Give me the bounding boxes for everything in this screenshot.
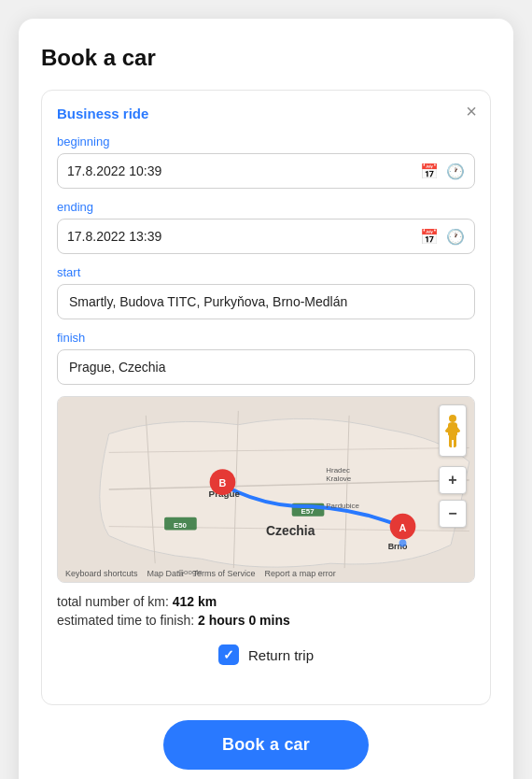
clock-icon[interactable]: 🕐: [446, 163, 465, 180]
booking-card: Book a car Business ride × beginning 📅 🕐…: [19, 19, 513, 779]
start-input[interactable]: [57, 284, 475, 319]
report-label[interactable]: Report a map error: [265, 569, 336, 578]
ending-label: ending: [57, 200, 475, 214]
ending-icons: 📅 🕐: [420, 228, 465, 246]
time-label: estimated time to finish:: [57, 613, 194, 628]
ending-input[interactable]: [67, 220, 420, 253]
map-background: E50 E57 Prague Czechia Hradec Kralove Pa…: [58, 397, 474, 582]
time-value: 2 hours 0 mins: [198, 613, 290, 628]
close-button[interactable]: ×: [466, 102, 477, 120]
return-trip-checkbox[interactable]: ✓: [218, 644, 239, 665]
beginning-input-wrapper: 📅 🕐: [57, 153, 475, 189]
clock-icon-2[interactable]: 🕐: [446, 228, 465, 246]
beginning-input[interactable]: [67, 154, 420, 188]
ending-input-wrapper: 📅 🕐: [57, 219, 475, 254]
svg-text:Kralove: Kralove: [326, 474, 351, 483]
beginning-field-group: beginning 📅 🕐: [57, 135, 475, 189]
finish-input[interactable]: [57, 349, 475, 385]
svg-point-19: [399, 539, 407, 546]
zoom-in-button[interactable]: +: [439, 466, 467, 494]
terms-label[interactable]: Terms of Service: [193, 569, 256, 578]
svg-point-23: [449, 415, 456, 422]
return-trip-label: Return trip: [248, 647, 314, 663]
beginning-label: beginning: [57, 135, 475, 149]
calendar-icon[interactable]: 📅: [420, 163, 439, 180]
map-container: E50 E57 Prague Czechia Hradec Kralove Pa…: [57, 396, 475, 583]
map-footer: Keyboard shortcuts Map Data Terms of Ser…: [65, 569, 336, 578]
finish-label: finish: [57, 331, 475, 345]
check-icon: ✓: [223, 647, 234, 662]
beginning-icons: 📅 🕐: [420, 163, 465, 180]
start-field-group: start: [57, 265, 475, 319]
svg-text:B: B: [219, 477, 227, 489]
finish-field-group: finish: [57, 331, 475, 385]
return-trip-row: ✓ Return trip: [57, 644, 475, 665]
street-view-button[interactable]: [439, 404, 467, 457]
svg-text:A: A: [399, 522, 407, 533]
keyboard-shortcuts[interactable]: Keyboard shortcuts: [65, 569, 138, 578]
map-svg: E50 E57 Prague Czechia Hradec Kralove Pa…: [58, 397, 474, 582]
map-controls: + −: [439, 404, 467, 528]
km-value: 412 km: [173, 594, 217, 609]
svg-text:Hradec: Hradec: [326, 466, 350, 474]
km-stats-row: total number of km: 412 km: [57, 594, 475, 609]
ending-field-group: ending 📅 🕐: [57, 200, 475, 254]
map-data-label: Map Data: [147, 569, 184, 578]
svg-text:Czechia: Czechia: [266, 524, 315, 539]
zoom-out-button[interactable]: −: [439, 500, 467, 528]
time-stats-row: estimated time to finish: 2 hours 0 mins: [57, 613, 475, 628]
section-title: Business ride: [57, 106, 475, 121]
start-label: start: [57, 265, 475, 279]
book-car-button[interactable]: Book a car: [163, 720, 369, 770]
page-title: Book a car: [41, 45, 491, 71]
svg-text:Pardubice: Pardubice: [326, 502, 359, 510]
calendar-icon-2[interactable]: 📅: [420, 228, 439, 246]
booking-form-section: Business ride × beginning 📅 🕐 ending 📅 🕐: [41, 90, 491, 705]
km-label: total number of km:: [57, 594, 169, 609]
svg-text:E50: E50: [174, 521, 188, 530]
